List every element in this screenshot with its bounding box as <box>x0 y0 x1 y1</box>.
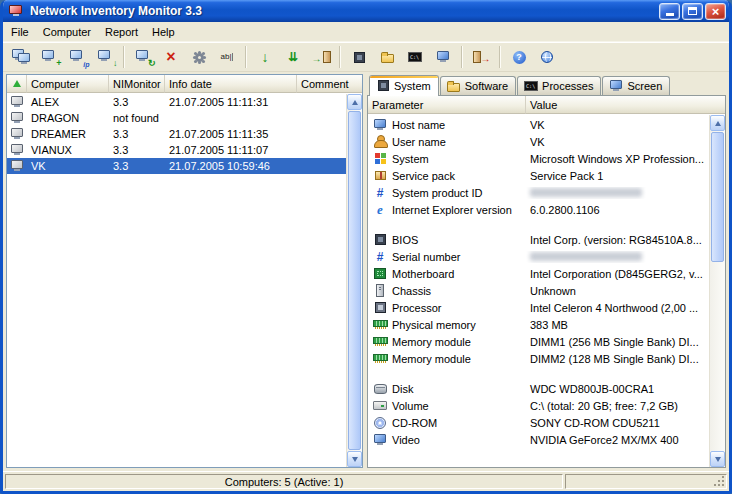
windows-icon <box>371 151 389 166</box>
computer-icon <box>8 159 26 174</box>
sort-column-header[interactable] <box>7 75 27 93</box>
get-data-button[interactable]: ↓ <box>252 45 278 70</box>
tab-system[interactable]: System <box>369 75 439 96</box>
find-computers-button[interactable] <box>8 45 34 70</box>
rename-button[interactable]: ab| <box>214 45 240 70</box>
info-row[interactable]: User nameVK <box>368 133 709 150</box>
send-icon: → <box>311 48 332 67</box>
computer-row-alex[interactable]: ALEX3.321.07.2005 11:11:31 <box>7 94 346 110</box>
get-all-data-button[interactable]: ⇊ <box>280 45 306 70</box>
computer-row-dragon[interactable]: DRAGONnot found <box>7 110 346 126</box>
export-button[interactable]: → <box>468 45 494 70</box>
poll-button[interactable]: ↻ <box>130 45 156 70</box>
info-row[interactable]: VideoNVIDIA GeForce2 MX/MX 400 <box>368 431 709 448</box>
scrollbar-thumb[interactable] <box>711 132 724 262</box>
cell-computer: VK <box>27 160 109 172</box>
screen-button[interactable] <box>430 45 456 70</box>
memory-icon <box>371 334 389 349</box>
scroll-up-button[interactable] <box>710 115 725 131</box>
help-button[interactable]: ? <box>506 45 532 70</box>
info-row[interactable]: #Serial number <box>368 248 709 265</box>
group-spacer <box>368 367 709 380</box>
send-button[interactable]: → <box>308 45 334 70</box>
info-row[interactable]: CD-ROMSONY CD-ROM CDU5211 <box>368 414 709 431</box>
import-computer-icon: ↓ <box>95 48 116 67</box>
resize-grip[interactable] <box>713 475 725 487</box>
scroll-up-button[interactable] <box>347 94 362 110</box>
delete-icon: × <box>161 48 182 67</box>
info-row[interactable]: ProcessorIntel Celeron 4 Northwood (2,00… <box>368 299 709 316</box>
titlebar[interactable]: Network Inventory Monitor 3.3 × <box>3 0 729 22</box>
info-row[interactable]: Host nameVK <box>368 116 709 133</box>
import-computer-button[interactable]: ↓ <box>92 45 118 70</box>
info-row[interactable]: Physical memory383 MB <box>368 316 709 333</box>
tab-software[interactable]: Software <box>440 76 516 95</box>
scrollbar-track[interactable] <box>710 131 725 451</box>
hardware-button[interactable] <box>346 45 372 70</box>
menu-file[interactable]: File <box>4 24 36 40</box>
column-header-parameter[interactable]: Parameter <box>368 96 526 114</box>
param-label: Video <box>392 434 420 446</box>
scroll-down-button[interactable] <box>347 451 362 467</box>
info-row[interactable]: #System product ID <box>368 184 709 201</box>
param-label: Chassis <box>392 285 431 297</box>
column-header-comment[interactable]: Comment <box>297 75 362 93</box>
hardware-icon <box>349 48 370 67</box>
computer-row-vianux[interactable]: VIANUX3.321.07.2005 11:11:07 <box>7 142 346 158</box>
settings-button[interactable] <box>186 45 212 70</box>
computer-list-scrollbar[interactable] <box>346 94 362 467</box>
info-row[interactable]: DiskWDC WD800JB-00CRA1 <box>368 380 709 397</box>
add-ip-icon: ip <box>67 48 88 67</box>
info-row[interactable]: eInternet Explorer version6.0.2800.1106 <box>368 201 709 218</box>
param-value: Intel Corporation (D845GERG2, v... <box>526 268 709 280</box>
menubar: FileComputerReportHelp <box>3 22 729 42</box>
info-row[interactable]: MotherboardIntel Corporation (D845GERG2,… <box>368 265 709 282</box>
system-info-body: Host nameVKUser nameVKSystemMicrosoft Wi… <box>368 114 725 467</box>
info-row[interactable]: Memory moduleDIMM1 (256 MB Single Bank) … <box>368 333 709 350</box>
column-header-info-date[interactable]: Info date <box>165 75 297 93</box>
add-ip-button[interactable]: ip <box>64 45 90 70</box>
processes-button[interactable]: C:\ <box>402 45 428 70</box>
menu-report[interactable]: Report <box>98 24 145 40</box>
info-row[interactable]: ChassisUnknown <box>368 282 709 299</box>
column-header-value[interactable]: Value <box>526 96 725 114</box>
menu-computer[interactable]: Computer <box>36 24 98 40</box>
scrollbar-thumb[interactable] <box>348 111 361 450</box>
column-header-computer[interactable]: Computer <box>27 75 109 93</box>
scroll-down-icon <box>715 457 721 462</box>
column-header-nimonitor[interactable]: NIMonitor <box>109 75 165 93</box>
tab-processes[interactable]: C:\Processes <box>517 76 601 95</box>
info-row[interactable]: Service packService Pack 1 <box>368 167 709 184</box>
minimize-button[interactable] <box>659 3 680 20</box>
computer-row-vk[interactable]: VK3.321.07.2005 10:59:46 <box>7 158 346 174</box>
cell-info-date: 21.07.2005 10:59:46 <box>165 160 297 172</box>
update-button[interactable] <box>534 45 560 70</box>
info-row[interactable]: VolumeC:\ (total: 20 GB; free: 7,2 GB) <box>368 397 709 414</box>
get-all-data-icon: ⇊ <box>283 48 304 67</box>
cdrom-icon <box>371 415 389 430</box>
computer-row-dreamer[interactable]: DREAMER3.321.07.2005 11:11:35 <box>7 126 346 142</box>
param-label: Motherboard <box>392 268 454 280</box>
delete-button[interactable]: × <box>158 45 184 70</box>
status-panel-right <box>565 474 727 489</box>
info-row[interactable]: Memory moduleDIMM2 (128 MB Single Bank) … <box>368 350 709 367</box>
close-button[interactable]: × <box>705 3 726 20</box>
minimize-icon <box>666 13 674 16</box>
scrollbar-track[interactable] <box>347 110 362 451</box>
scroll-up-icon <box>715 121 721 126</box>
redacted-value <box>530 252 642 261</box>
cell-info-date: 21.07.2005 11:11:07 <box>165 144 297 156</box>
maximize-button[interactable] <box>682 3 703 20</box>
param-label: BIOS <box>392 234 418 246</box>
scroll-down-button[interactable] <box>710 451 725 467</box>
hash-icon: # <box>371 249 389 264</box>
info-row[interactable]: BIOSIntel Corp. (version: RG84510A.8... <box>368 231 709 248</box>
add-computer-button[interactable]: + <box>36 45 62 70</box>
param-value: 383 MB <box>526 319 709 331</box>
tab-screen[interactable]: Screen <box>602 76 670 95</box>
menu-help[interactable]: Help <box>145 24 182 40</box>
system-info-scrollbar[interactable] <box>709 115 725 467</box>
folder-button[interactable] <box>374 45 400 70</box>
info-row[interactable]: SystemMicrosoft Windows XP Profession... <box>368 150 709 167</box>
param-value: DIMM1 (256 MB Single Bank) DI... <box>526 336 709 348</box>
